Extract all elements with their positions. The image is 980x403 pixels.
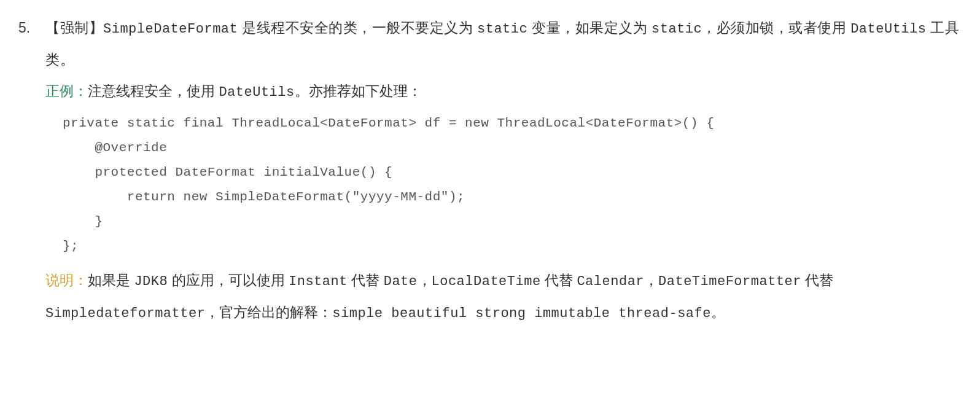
code-line: protected DateFormat initialValue() { bbox=[63, 165, 392, 179]
note-seg: 。 bbox=[711, 304, 725, 320]
item-content: 【强制】SimpleDateFormat 是线程不安全的类，一般不要定义为 st… bbox=[45, 12, 962, 329]
note-seg: 代替 bbox=[541, 272, 577, 288]
note-code-calendar: Calendar bbox=[577, 274, 644, 289]
note-seg: ， bbox=[418, 272, 432, 288]
rule-item: 5. 【强制】SimpleDateFormat 是线程不安全的类，一般不要定义为… bbox=[18, 12, 962, 329]
note-code-sdf: Simpledateformatter bbox=[45, 306, 205, 321]
note-seg: ，官方给出的解释： bbox=[205, 304, 332, 320]
rule-code-dateutils: DateUtils bbox=[850, 22, 926, 37]
note-seg: 代替 bbox=[348, 272, 384, 288]
rule-text: 【强制】SimpleDateFormat 是线程不安全的类，一般不要定义为 st… bbox=[45, 12, 962, 76]
item-number: 5. bbox=[18, 12, 45, 329]
example-label: 正例： bbox=[45, 83, 88, 99]
note-seg: ， bbox=[644, 272, 658, 288]
note-code-jdk8: JDK8 bbox=[134, 274, 168, 289]
note-seg: 如果是 bbox=[88, 272, 134, 288]
positive-example: 正例：注意线程安全，使用 DateUtils。亦推荐如下处理： bbox=[45, 76, 962, 108]
rule-code-static1: static bbox=[477, 22, 527, 37]
example-code-dateutils: DateUtils bbox=[219, 85, 294, 100]
note-code-ldt: LocalDateTime bbox=[432, 274, 541, 289]
example-seg: 。亦推荐如下处理： bbox=[295, 83, 422, 99]
code-line: private static final ThreadLocal<DateFor… bbox=[63, 116, 714, 130]
note-seg: 的应用，可以使用 bbox=[168, 272, 289, 288]
note-code-dtf: DateTimeFormatter bbox=[658, 274, 801, 289]
code-block: private static final ThreadLocal<DateFor… bbox=[63, 111, 962, 258]
example-seg: 注意线程安全，使用 bbox=[88, 83, 219, 99]
note-seg: 代替 bbox=[801, 272, 833, 288]
note: 说明：如果是 JDK8 的应用，可以使用 Instant 代替 Date，Loc… bbox=[45, 265, 962, 329]
rule-text-seg: ，必须加锁，或者使用 bbox=[702, 20, 850, 36]
code-line: }; bbox=[63, 239, 79, 253]
note-code-date: Date bbox=[384, 274, 418, 289]
rule-tag: 【强制】 bbox=[45, 20, 103, 36]
note-code-instant: Instant bbox=[289, 274, 348, 289]
rule-text-seg: 变量，如果定义为 bbox=[527, 20, 651, 36]
rule-text-seg: 是线程不安全的类，一般不要定义为 bbox=[238, 20, 477, 36]
rule-code-sdf: SimpleDateFormat bbox=[103, 22, 238, 37]
code-line: return new SimpleDateFormat("yyyy-MM-dd"… bbox=[63, 190, 465, 204]
note-quote: simple beautiful strong immutable thread… bbox=[332, 306, 711, 321]
code-line: } bbox=[63, 214, 103, 229]
note-label: 说明： bbox=[45, 272, 88, 288]
code-line: @Override bbox=[63, 141, 167, 155]
rule-code-static2: static bbox=[651, 22, 702, 37]
